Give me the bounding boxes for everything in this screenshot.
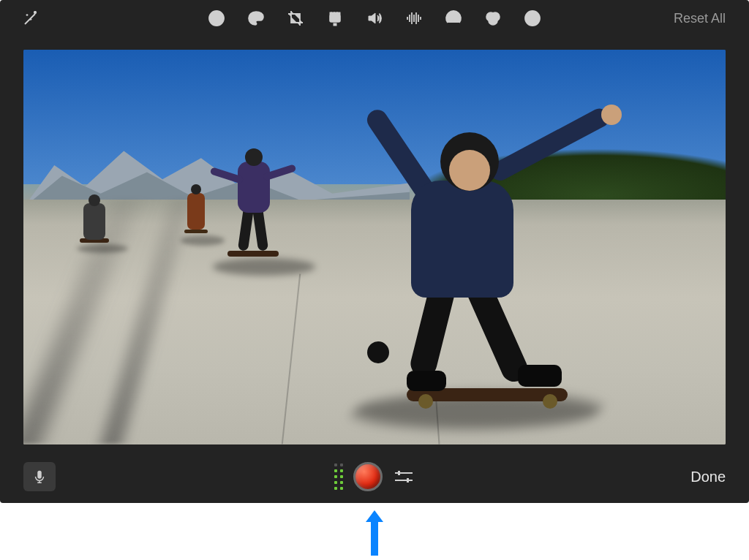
viewer-area bbox=[0, 37, 749, 455]
top-toolbar: Reset All bbox=[0, 0, 749, 37]
record-controls bbox=[334, 462, 415, 491]
svg-rect-7 bbox=[334, 23, 336, 26]
voiceover-toolbar: Done bbox=[0, 455, 749, 503]
svg-point-2 bbox=[255, 14, 257, 16]
reset-all-button[interactable]: Reset All bbox=[674, 11, 726, 26]
speed-icon[interactable] bbox=[444, 9, 463, 28]
done-button[interactable]: Done bbox=[690, 469, 726, 485]
video-preview[interactable] bbox=[23, 50, 726, 444]
adjust-tool-row bbox=[207, 9, 542, 28]
color-palette-icon[interactable] bbox=[246, 9, 266, 28]
voiceover-options-button[interactable] bbox=[393, 467, 415, 486]
annotation-arrow-icon bbox=[361, 507, 388, 559]
skater-figure bbox=[72, 196, 116, 247]
volume-icon[interactable] bbox=[365, 9, 384, 28]
svg-point-3 bbox=[258, 15, 260, 18]
crop-icon[interactable] bbox=[286, 9, 305, 28]
magic-wand-icon[interactable] bbox=[21, 9, 40, 28]
noise-reduction-icon[interactable] bbox=[404, 9, 424, 28]
color-filter-icon[interactable] bbox=[483, 9, 503, 28]
svg-rect-16 bbox=[407, 478, 409, 483]
svg-point-1 bbox=[252, 16, 254, 18]
svg-point-4 bbox=[252, 20, 255, 22]
skater-figure bbox=[374, 137, 638, 415]
skater-figure bbox=[178, 184, 214, 243]
record-button[interactable] bbox=[353, 462, 383, 491]
svg-point-11 bbox=[489, 16, 497, 25]
microphone-button[interactable] bbox=[23, 462, 56, 491]
svg-point-13 bbox=[532, 15, 534, 17]
input-level-meter bbox=[334, 463, 343, 490]
svg-rect-14 bbox=[37, 471, 42, 479]
adjust-icon[interactable] bbox=[207, 9, 226, 28]
info-icon[interactable] bbox=[523, 9, 542, 28]
svg-rect-15 bbox=[398, 471, 400, 475]
svg-rect-5 bbox=[330, 15, 340, 22]
video-adjust-panel: Reset All bbox=[0, 0, 749, 503]
stabilization-icon[interactable] bbox=[325, 9, 345, 28]
skater-figure bbox=[213, 148, 293, 280]
